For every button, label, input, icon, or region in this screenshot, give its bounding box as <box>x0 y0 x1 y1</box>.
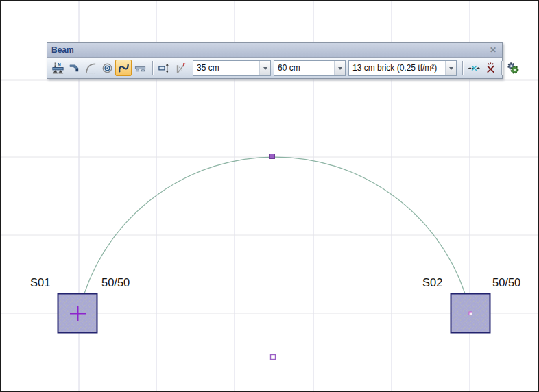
offset-icon[interactable] <box>156 60 172 76</box>
close-icon[interactable]: ✕ <box>488 46 498 54</box>
wall-load-combo[interactable]: 13 cm brick (0.25 tf/m²) <box>348 60 457 76</box>
toolbar-separator <box>152 61 153 75</box>
arc-beam[interactable] <box>84 157 465 293</box>
settings-gear-glyph <box>506 61 520 75</box>
beam-axial-glyph: N <box>51 62 64 75</box>
spline-beam-icon[interactable] <box>115 60 132 76</box>
chevron-down-icon[interactable] <box>259 61 270 75</box>
slope-angle-icon[interactable] <box>172 60 189 76</box>
trim-intersect-icon[interactable] <box>466 60 482 76</box>
chevron-down-icon[interactable] <box>334 61 345 75</box>
settings-gear-icon[interactable] <box>505 60 521 76</box>
offset-glyph <box>158 62 171 75</box>
continuous-beam-glyph <box>134 62 147 75</box>
toolbar-separator <box>501 61 502 75</box>
trim-intersect-glyph <box>468 62 481 75</box>
spline-beam-glyph <box>117 62 130 75</box>
arc-beam-icon[interactable] <box>82 60 99 76</box>
toolbar-separator <box>462 61 463 75</box>
column-section-s01: 50/50 <box>101 276 130 289</box>
chevron-down-icon[interactable] <box>445 61 456 75</box>
break-icon[interactable] <box>482 60 499 76</box>
break-glyph <box>484 62 497 75</box>
toolbar-button-row: N <box>47 58 502 78</box>
wall-load-value: 13 cm brick (0.25 tf/m²) <box>349 63 445 73</box>
beam-3d-glyph <box>68 62 81 75</box>
arc-beam-glyph <box>84 62 97 75</box>
beam-depth-combo[interactable]: 60 cm <box>274 60 346 76</box>
beam-toolbar: Beam ✕ N <box>47 42 503 79</box>
column-label-s01: S01 <box>30 276 50 289</box>
column-label-s02: S02 <box>422 276 442 289</box>
circular-beam-glyph <box>101 62 114 75</box>
beam-axial-icon[interactable]: N <box>49 60 66 76</box>
svg-text:N: N <box>58 62 61 66</box>
application-window: S01 50/50 S02 50/50 Beam ✕ N <box>0 0 539 392</box>
column-center-marker[interactable] <box>469 312 472 315</box>
beam-3d-icon[interactable] <box>66 60 82 76</box>
beam-width-value: 35 cm <box>193 63 259 73</box>
beam-width-combo[interactable]: 35 cm <box>193 60 271 76</box>
arc-center-marker[interactable] <box>271 355 276 360</box>
beam-depth-value: 60 cm <box>274 63 334 73</box>
toolbar-titlebar[interactable]: Beam ✕ <box>47 43 502 58</box>
slope-angle-glyph <box>174 62 187 75</box>
arc-apex-handle[interactable] <box>270 154 275 159</box>
continuous-beam-icon[interactable] <box>132 60 148 76</box>
circular-beam-icon[interactable] <box>99 60 115 76</box>
column-section-s02: 50/50 <box>492 276 520 289</box>
toolbar-title: Beam <box>51 45 488 55</box>
